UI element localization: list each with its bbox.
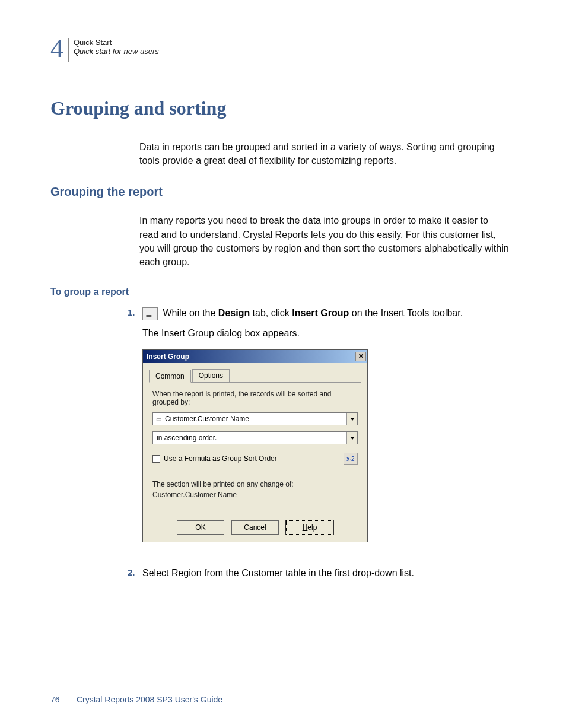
step-1: 1. While on the Design tab, click Insert… [128, 306, 516, 320]
breadcrumb-top: Quick Start [74, 38, 159, 47]
sort-order-dropdown[interactable]: in ascending order. [152, 431, 358, 444]
help-rest: elp [307, 523, 317, 532]
formula-sort-label: Use a Formula as Group Sort Order [164, 454, 277, 463]
tab-common[interactable]: Common [149, 370, 191, 383]
step-number: 2. [128, 566, 142, 577]
group-field-dropdown[interactable]: ▭ Customer.Customer Name [152, 412, 358, 425]
group-field-value: Customer.Customer Name [164, 415, 346, 423]
bold-design: Design [218, 308, 250, 318]
heading-1: Grouping and sorting [50, 97, 516, 119]
dialog-button-row: OK Cancel Help [149, 517, 361, 535]
dialog-instruction: When the report is printed, the records … [152, 390, 358, 406]
step-1-followup: The Insert Group dialog box appears. [142, 326, 516, 340]
tab-strip: Common Options [149, 369, 361, 383]
insert-group-dialog: Insert Group ✕ Common Options When the r… [142, 349, 368, 542]
chevron-down-icon [346, 413, 357, 425]
footer-title: Crystal Reports 2008 SP3 User's Guide [77, 695, 222, 704]
formula-sort-row: Use a Formula as Group Sort Order x·2 [152, 453, 358, 465]
heading-2: Grouping the report [50, 185, 516, 199]
help-accel: H [303, 523, 308, 532]
help-button[interactable]: Help [286, 520, 333, 535]
page-footer: 76 Crystal Reports 2008 SP3 User's Guide [50, 695, 222, 704]
formula-sort-checkbox[interactable] [152, 455, 160, 463]
step-text-part: While on the [160, 308, 218, 318]
sort-order-value: in ascending order. [153, 434, 346, 442]
intro-paragraph: Data in reports can be grouped and sorte… [139, 140, 510, 167]
insert-group-icon [142, 307, 158, 320]
tab-options[interactable]: Options [192, 369, 230, 382]
dialog-titlebar[interactable]: Insert Group ✕ [143, 350, 367, 363]
heading-3: To group a report [50, 287, 516, 297]
chevron-down-icon [346, 432, 357, 444]
dialog-title: Insert Group [147, 352, 189, 361]
page-header: 4 Quick Start Quick start for new users [50, 36, 516, 62]
formula-editor-button[interactable]: x·2 [344, 453, 358, 465]
dialog-body: Common Options When the report is printe… [143, 363, 367, 542]
step-text: While on the Design tab, click Insert Gr… [142, 306, 516, 320]
field-icon: ▭ [153, 416, 164, 422]
cancel-button[interactable]: Cancel [231, 520, 279, 535]
step-text-part: tab, click [250, 308, 292, 318]
grouping-paragraph: In many reports you need to break the da… [139, 214, 510, 269]
step-text: Select Region from the Customer table in… [142, 566, 516, 580]
header-divider [68, 38, 69, 62]
bold-insert-group: Insert Group [292, 308, 349, 318]
chapter-number: 4 [50, 36, 63, 62]
step-number: 1. [128, 306, 142, 317]
step-2: 2. Select Region from the Customer table… [128, 566, 516, 580]
page-number: 76 [50, 695, 74, 704]
close-icon[interactable]: ✕ [355, 352, 366, 361]
step-text-part: on the Insert Tools toolbar. [349, 308, 463, 318]
section-change-line1: The section will be printed on any chang… [152, 480, 358, 488]
ok-button[interactable]: OK [177, 520, 224, 535]
section-change-line2: Customer.Customer Name [152, 491, 358, 499]
breadcrumb: Quick Start Quick start for new users [74, 36, 159, 56]
breadcrumb-sub: Quick start for new users [74, 47, 159, 56]
